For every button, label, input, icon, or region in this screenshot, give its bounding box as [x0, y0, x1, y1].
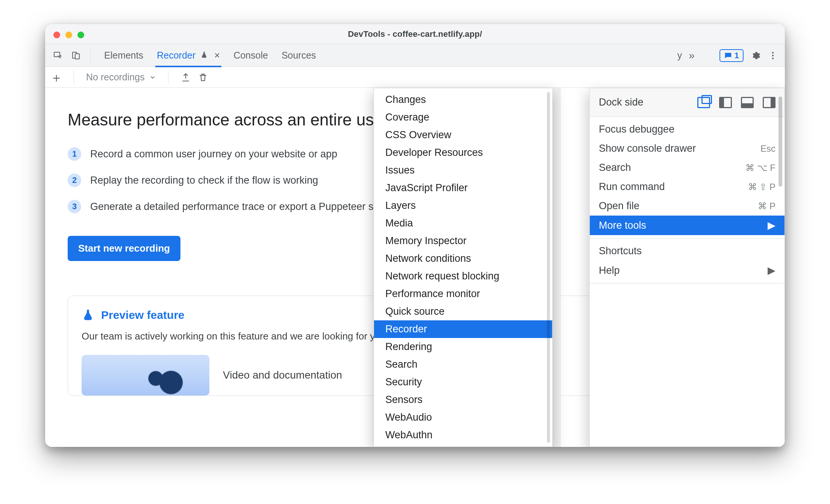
more-tools-item[interactable]: What's New: [374, 444, 552, 447]
settings-menu-item[interactable]: More tools▶: [590, 216, 785, 235]
recordings-dropdown[interactable]: No recordings: [86, 72, 156, 83]
shortcut-label: ⌘ ⌥ F: [745, 163, 775, 173]
settings-menu-label: Run command: [599, 181, 665, 193]
divider: [168, 71, 168, 84]
submenu-scrollbar[interactable]: [547, 92, 550, 443]
dock-bottom-icon[interactable]: [741, 97, 754, 108]
inspect-element-icon[interactable]: [53, 50, 63, 61]
tab-label: Console: [233, 50, 268, 60]
step-text: Generate a detailed performance trace or…: [90, 201, 392, 213]
video-title: Video and documentation: [223, 369, 342, 381]
tab-recorder[interactable]: Recorder ×: [155, 44, 221, 66]
more-tools-item[interactable]: Layers: [374, 197, 552, 214]
recordings-placeholder: No recordings: [86, 72, 145, 83]
settings-menu-item[interactable]: Show console drawerEsc: [590, 139, 785, 158]
menu-gap: [553, 88, 561, 447]
step-number-icon: 2: [68, 174, 81, 187]
more-tools-item[interactable]: Network request blocking: [374, 267, 552, 285]
settings-menu-label: Shortcuts: [599, 245, 642, 257]
zoom-window-icon[interactable]: [77, 32, 84, 38]
partial-tab-label[interactable]: y: [677, 50, 682, 61]
close-tab-icon[interactable]: ×: [214, 50, 220, 61]
settings-menu-item[interactable]: Open file⌘ P: [590, 196, 785, 216]
close-window-icon[interactable]: [53, 32, 60, 38]
minimize-window-icon[interactable]: [65, 32, 72, 38]
settings-scrollbar[interactable]: [779, 91, 782, 444]
new-recording-icon[interactable]: ＋: [51, 72, 62, 83]
more-tools-item[interactable]: Recorder: [374, 320, 552, 338]
shortcut-label: ⌘ ⇧ P: [748, 182, 775, 192]
recorder-toolbar: ＋ No recordings: [45, 67, 785, 88]
tab-console[interactable]: Console: [232, 45, 270, 66]
more-tools-item[interactable]: JavaScript Profiler: [374, 179, 552, 197]
shortcut-label: Esc: [760, 143, 775, 154]
settings-menu-item[interactable]: Help▶: [590, 261, 785, 280]
more-tools-item[interactable]: Developer Resources: [374, 144, 552, 161]
chevron-down-icon: [149, 74, 156, 81]
svg-point-5: [772, 57, 774, 59]
more-tools-item[interactable]: Changes: [374, 91, 552, 109]
more-tools-item[interactable]: CSS Overview: [374, 126, 552, 144]
settings-menu-label: Help: [599, 265, 620, 276]
settings-menu-item[interactable]: Shortcuts: [590, 241, 785, 261]
tab-elements[interactable]: Elements: [103, 45, 145, 66]
settings-menu-item[interactable]: Search⌘ ⌥ F: [590, 158, 785, 177]
dock-side-label: Dock side: [599, 97, 688, 108]
device-toolbar-icon[interactable]: [71, 50, 81, 61]
more-tools-item[interactable]: Coverage: [374, 109, 552, 126]
tab-label: Recorder: [157, 50, 195, 60]
devtools-tabstrip: Elements Recorder × Console Sources y »: [45, 44, 785, 67]
tabs-overflow-icon[interactable]: »: [689, 50, 695, 62]
tab-sources[interactable]: Sources: [280, 45, 318, 66]
settings-menu: Dock side Focus debuggeeShow console dra…: [589, 88, 785, 447]
step-text: Replay the recording to check if the flo…: [90, 175, 318, 186]
more-tools-item[interactable]: Memory Inspector: [374, 232, 552, 250]
more-tools-item[interactable]: Rendering: [374, 338, 552, 356]
settings-menu-item[interactable]: Focus debuggee: [590, 120, 785, 139]
tab-label: Sources: [282, 50, 316, 60]
settings-gear-icon[interactable]: [750, 50, 761, 61]
dock-left-icon[interactable]: [719, 97, 732, 108]
more-tools-submenu: AnimationsChangesCoverageCSS OverviewDev…: [374, 88, 553, 447]
more-tools-item[interactable]: WebAudio: [374, 409, 552, 426]
kebab-menu-icon[interactable]: [768, 50, 778, 61]
svg-point-4: [772, 54, 774, 56]
submenu-arrow-icon: ▶: [768, 264, 775, 276]
svg-rect-0: [54, 52, 60, 57]
settings-menu-item[interactable]: Run command⌘ ⇧ P: [590, 177, 785, 196]
more-tools-item[interactable]: Performance monitor: [374, 285, 552, 303]
settings-menu-label: More tools: [599, 220, 646, 231]
dock-side-row: Dock side: [590, 88, 785, 117]
step-number-icon: 3: [68, 200, 81, 213]
step-number-icon: 1: [68, 147, 81, 161]
submenu-arrow-icon: ▶: [768, 219, 775, 231]
preview-badge-label: Preview feature: [101, 309, 185, 321]
dock-right-icon[interactable]: [763, 97, 775, 108]
traffic-lights: [53, 32, 84, 38]
export-icon[interactable]: [180, 72, 191, 83]
more-tools-item[interactable]: Security: [374, 373, 552, 391]
more-tools-item[interactable]: Issues: [374, 161, 552, 179]
more-tools-item[interactable]: Network conditions: [374, 250, 552, 267]
flask-icon: [200, 50, 208, 61]
divider: [90, 49, 91, 62]
step-text: Record a common user journey on your web…: [90, 148, 337, 160]
messages-badge[interactable]: 1: [719, 49, 744, 62]
delete-icon[interactable]: [198, 72, 208, 83]
more-tools-item[interactable]: Media: [374, 214, 552, 232]
tab-label: Elements: [104, 50, 143, 60]
settings-menu-label: Search: [599, 162, 631, 174]
more-tools-item[interactable]: WebAuthn: [374, 426, 552, 444]
start-recording-button[interactable]: Start new recording: [68, 236, 180, 261]
divider: [74, 71, 74, 84]
dock-undock-icon[interactable]: [697, 97, 710, 108]
video-thumbnail[interactable]: [82, 355, 209, 395]
devtools-window: DevTools - coffee-cart.netlify.app/: [45, 24, 785, 447]
flask-icon: [82, 309, 94, 321]
more-tools-item[interactable]: Search: [374, 356, 552, 373]
settings-menu-label: Show console drawer: [599, 143, 696, 154]
more-tools-item[interactable]: Sensors: [374, 391, 552, 409]
more-tools-item[interactable]: Quick source: [374, 303, 552, 320]
window-title: DevTools - coffee-cart.netlify.app/: [348, 29, 482, 39]
recorder-panel: Measure performance across an entire use…: [45, 88, 785, 447]
